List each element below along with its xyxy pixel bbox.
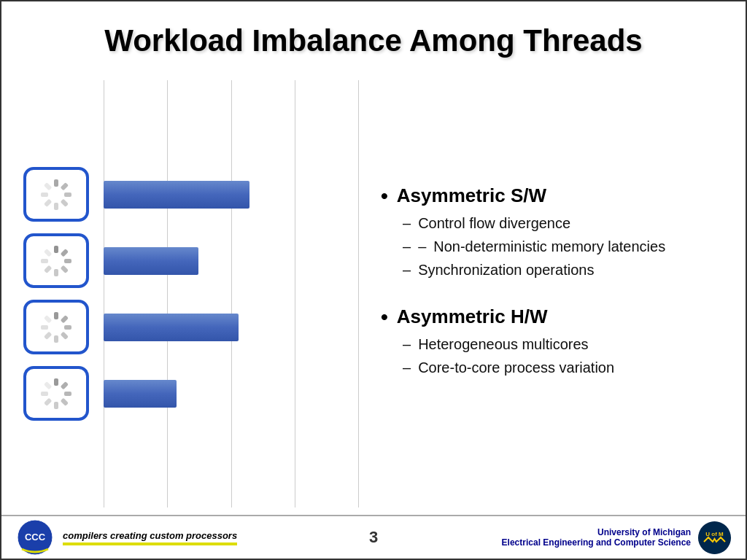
thread-icon-4: [23, 366, 89, 421]
footer-university-line2: Electrical Engineering and Computer Scie…: [502, 537, 691, 548]
svg-rect-29: [44, 397, 52, 405]
footer-page-number: 3: [369, 528, 378, 547]
slide: Workload Imbalance Among Threads: [0, 0, 747, 560]
bullet-sub-sw-3: Synchronization operations: [403, 260, 724, 279]
bar-2: [104, 247, 198, 275]
svg-rect-23: [44, 315, 52, 323]
svg-rect-9: [61, 249, 69, 257]
bar-1: [104, 181, 249, 209]
svg-rect-21: [44, 331, 52, 339]
svg-rect-18: [64, 325, 71, 330]
svg-rect-31: [44, 381, 52, 389]
thread-icon-3: [23, 300, 89, 354]
bullet-group-hw: Asymmetric H/W Heterogeneous multicores …: [381, 306, 724, 381]
svg-rect-12: [54, 269, 58, 276]
bullet-sub-hw-2: Core-to-core process variation: [403, 358, 724, 377]
bullet-sub-sw-1: Control flow divergence: [403, 214, 724, 233]
footer-tagline-wrap: compilers creating custom processors: [63, 530, 237, 545]
svg-rect-8: [54, 246, 58, 253]
spinner-icon-4: [38, 376, 74, 412]
footer-tagline: compilers creating custom processors: [63, 530, 237, 541]
thread-row: [23, 167, 359, 222]
svg-rect-20: [54, 335, 58, 343]
bullet-sub-sw-2: – Non-deterministic memory latencies: [403, 237, 724, 256]
svg-rect-19: [61, 331, 69, 339]
svg-text:CCC: CCC: [25, 532, 46, 542]
thread-row-4: [23, 366, 359, 421]
bullet-main-hw: Asymmetric H/W: [381, 306, 724, 329]
svg-rect-10: [64, 259, 71, 263]
thread-row-3: [23, 300, 359, 354]
spinner-icon-3: [38, 309, 74, 346]
left-section: [23, 80, 359, 508]
thread-icon-2: [23, 233, 89, 288]
svg-rect-30: [41, 392, 48, 396]
svg-rect-3: [61, 198, 69, 206]
bar-3: [104, 314, 239, 341]
svg-rect-2: [64, 192, 71, 197]
right-section: Asymmetric S/W Control flow divergence –…: [359, 80, 724, 508]
svg-rect-14: [41, 259, 48, 263]
svg-rect-5: [44, 198, 52, 206]
svg-rect-22: [41, 325, 48, 330]
bar-area-4: [104, 380, 359, 408]
thread-row-2: [23, 233, 359, 288]
bar-area-2: [104, 247, 359, 275]
svg-rect-15: [44, 249, 52, 257]
svg-rect-27: [61, 397, 69, 405]
svg-rect-6: [41, 192, 48, 197]
footer-left: CCC compilers creating custom processors: [16, 518, 237, 556]
svg-rect-16: [54, 312, 58, 319]
bar-area-1: [104, 181, 359, 209]
footer-university-line1: University of Michigan: [502, 527, 691, 537]
svg-rect-0: [54, 179, 58, 187]
footer-right: University of Michigan Electrical Engine…: [502, 521, 731, 554]
svg-rect-4: [54, 203, 58, 210]
svg-rect-25: [61, 381, 69, 389]
slide-title: Workload Imbalance Among Threads: [1, 1, 746, 73]
bullet-sub-hw-1: Heterogeneous multicores: [403, 335, 724, 354]
svg-rect-24: [54, 378, 58, 386]
umich-logo-icon: U of M: [698, 521, 731, 554]
svg-rect-13: [44, 265, 52, 273]
ccc-logo-icon: CCC: [16, 518, 54, 556]
bullet-main-sw: Asymmetric S/W: [381, 184, 724, 208]
slide-content: Asymmetric S/W Control flow divergence –…: [1, 73, 746, 515]
svg-rect-7: [44, 182, 52, 190]
spinner-icon-1: [38, 176, 74, 213]
svg-rect-28: [54, 402, 58, 409]
svg-rect-26: [64, 392, 71, 396]
bar-area-3: [104, 314, 359, 341]
svg-rect-1: [61, 182, 69, 190]
spinner-icon-2: [38, 243, 74, 279]
footer-university-text: University of Michigan Electrical Engine…: [502, 527, 691, 548]
svg-rect-17: [61, 315, 69, 323]
thread-icon-1: [23, 167, 89, 222]
slide-footer: CCC compilers creating custom processors…: [1, 515, 746, 559]
svg-rect-11: [61, 265, 69, 273]
bar-4: [104, 380, 177, 408]
bullet-group-sw: Asymmetric S/W Control flow divergence –…: [381, 184, 724, 284]
